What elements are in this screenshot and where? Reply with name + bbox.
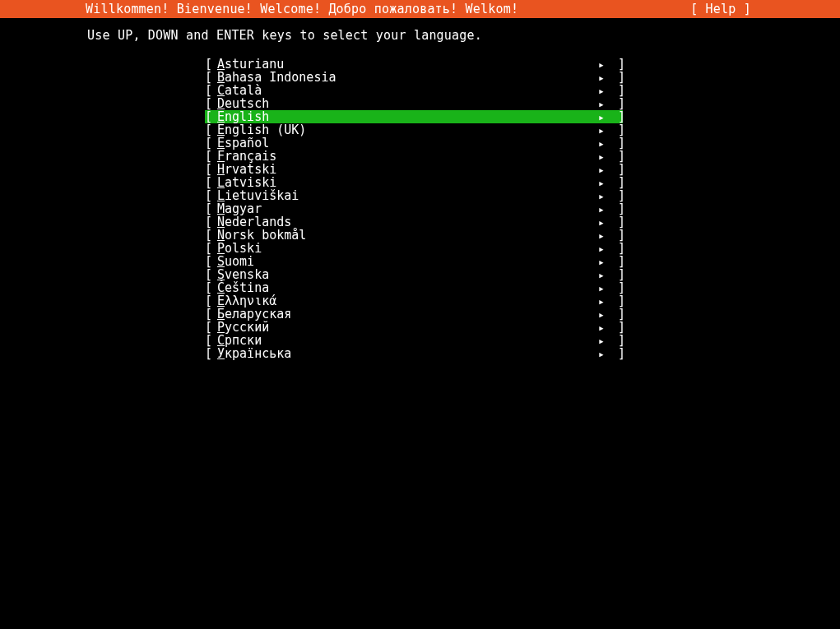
language-name: Українська xyxy=(217,346,598,361)
language-item[interactable]: [ Lietuviškai▸ ] xyxy=(205,189,623,202)
language-item[interactable]: [ Nederlands▸ ] xyxy=(205,215,623,229)
arrow-right-icon: ▸ xyxy=(598,243,610,255)
language-item[interactable]: [ Hrvatski▸ ] xyxy=(205,163,623,176)
language-item[interactable]: [ Bahasa Indonesia▸ ] xyxy=(205,71,623,84)
arrow-right-icon: ▸ xyxy=(598,295,610,308)
arrow-right-icon: ▸ xyxy=(598,203,610,215)
language-item[interactable]: [ English (UK)▸ ] xyxy=(205,123,623,136)
language-item[interactable]: [ Српски▸ ] xyxy=(205,334,623,347)
language-item[interactable]: [ Magyar▸ ] xyxy=(205,202,623,215)
language-item[interactable]: [ Català▸ ] xyxy=(205,84,623,97)
language-item[interactable]: [ Svenska▸ ] xyxy=(205,268,623,281)
header-bar: Willkommen! Bienvenue! Welcome! Добро по… xyxy=(0,0,840,18)
arrow-right-icon: ▸ xyxy=(598,150,610,163)
language-item[interactable]: [ Español▸ ] xyxy=(205,136,623,150)
arrow-right-icon: ▸ xyxy=(598,321,610,334)
header-title: Willkommen! Bienvenue! Welcome! Добро по… xyxy=(0,2,518,16)
help-button[interactable]: [ Help ] xyxy=(690,2,840,16)
arrow-right-icon: ▸ xyxy=(598,164,610,176)
arrow-right-icon: ▸ xyxy=(598,190,610,202)
language-item[interactable]: [ Українська▸ ] xyxy=(205,347,623,360)
language-item[interactable]: [ Norsk bokmål▸ ] xyxy=(205,229,623,242)
arrow-right-icon: ▸ xyxy=(598,177,610,189)
language-item[interactable]: [ Čeština▸ ] xyxy=(205,281,623,294)
arrow-right-icon: ▸ xyxy=(598,124,610,136)
arrow-right-icon: ▸ xyxy=(598,229,610,242)
right-bracket: ] xyxy=(610,346,623,361)
arrow-right-icon: ▸ xyxy=(598,282,610,294)
left-bracket: [ xyxy=(205,346,217,361)
arrow-right-icon: ▸ xyxy=(598,348,610,360)
language-item[interactable]: [ Ελληνικά▸ ] xyxy=(205,294,623,308)
arrow-right-icon: ▸ xyxy=(598,256,610,268)
arrow-right-icon: ▸ xyxy=(598,85,610,97)
arrow-right-icon: ▸ xyxy=(598,308,610,321)
language-list: [ Asturianu▸ ][ Bahasa Indonesia▸ ][ Cat… xyxy=(0,58,840,360)
language-item[interactable]: [ Suomi▸ ] xyxy=(205,255,623,268)
arrow-right-icon: ▸ xyxy=(598,216,610,229)
arrow-right-icon: ▸ xyxy=(598,137,610,150)
language-item[interactable]: [ Polski▸ ] xyxy=(205,242,623,255)
language-item[interactable]: [ Deutsch▸ ] xyxy=(205,97,623,110)
arrow-right-icon: ▸ xyxy=(598,72,610,84)
arrow-right-icon: ▸ xyxy=(598,98,610,110)
language-item[interactable]: [ Русский▸ ] xyxy=(205,321,623,334)
arrow-right-icon: ▸ xyxy=(598,269,610,281)
language-item[interactable]: [ Беларуская▸ ] xyxy=(205,308,623,321)
arrow-right-icon: ▸ xyxy=(598,335,610,347)
language-item[interactable]: [ English▸ ] xyxy=(205,110,623,123)
language-item[interactable]: [ Latviski▸ ] xyxy=(205,176,623,189)
arrow-right-icon: ▸ xyxy=(598,58,610,71)
instruction-text: Use UP, DOWN and ENTER keys to select yo… xyxy=(0,18,840,43)
language-item[interactable]: [ Asturianu▸ ] xyxy=(205,58,623,71)
arrow-right-icon: ▸ xyxy=(598,111,610,123)
language-item[interactable]: [ Français▸ ] xyxy=(205,150,623,163)
